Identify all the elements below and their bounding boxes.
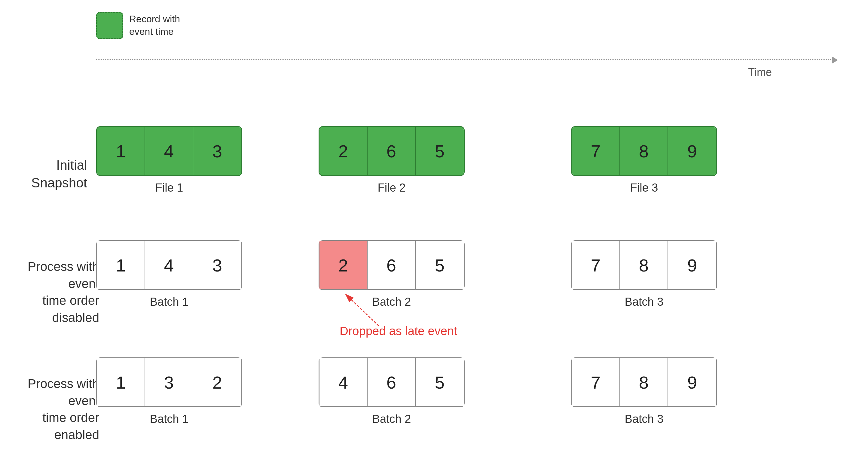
group-file3: 7 8 9 File 3: [571, 126, 717, 194]
timeline-line: [96, 59, 833, 60]
file2-cell-5: 5: [416, 127, 464, 175]
disabled-batch3-cells: 7 8 9: [571, 240, 717, 290]
disabled-batch1-cell-1: 1: [97, 241, 145, 289]
legend: Record withevent time: [96, 12, 180, 39]
enabled-batch2-cell-6: 6: [368, 358, 416, 406]
group-file1: 1 4 3 File 1: [96, 126, 242, 194]
enabled-batch1-cells: 1 3 2: [96, 358, 242, 407]
disabled-batch3-cell-8: 8: [620, 241, 668, 289]
file1-cell-3: 3: [193, 127, 241, 175]
group-disabled-batch3: 7 8 9 Batch 3: [571, 240, 717, 308]
file2-label: File 2: [378, 181, 406, 194]
file3-label: File 3: [630, 181, 658, 194]
disabled-batch1-cell-3: 3: [193, 241, 241, 289]
enabled-batch2-cells: 4 6 5: [318, 358, 465, 407]
enabled-batch1-cell-1: 1: [97, 358, 145, 406]
file3-cell-9: 9: [668, 127, 716, 175]
enabled-batch3-cells: 7 8 9: [571, 358, 717, 407]
timeline: [96, 59, 833, 60]
disabled-batch3-cell-7: 7: [572, 241, 620, 289]
row-label-enabled: Process with eventtime order enabled: [9, 375, 99, 444]
file2-cell-2: 2: [319, 127, 368, 175]
disabled-batch1-cell-4: 4: [145, 241, 193, 289]
enabled-batch3-cell-7: 7: [572, 358, 620, 406]
file1-label: File 1: [155, 181, 183, 194]
disabled-batch2-cell-2: 2: [319, 241, 368, 289]
file1-cell-1: 1: [97, 127, 145, 175]
enabled-batch3-cell-9: 9: [668, 358, 716, 406]
group-enabled-batch3: 7 8 9 Batch 3: [571, 358, 717, 426]
row-label-disabled: Process with eventtime order disabled: [9, 258, 99, 327]
enabled-batch3-label: Batch 3: [625, 413, 663, 426]
enabled-batch1-cell-3: 3: [145, 358, 193, 406]
file3-cells: 7 8 9: [571, 126, 717, 176]
legend-record-box: [96, 12, 123, 39]
enabled-batch3-cell-8: 8: [620, 358, 668, 406]
dropped-label: Dropped as late event: [340, 324, 457, 338]
diagram: Record withevent time Time InitialSnapsh…: [0, 0, 868, 473]
file2-cells: 2 6 5: [318, 126, 465, 176]
group-enabled-batch1: 1 3 2 Batch 1: [96, 358, 242, 426]
file2-cell-6: 6: [368, 127, 416, 175]
file1-cells: 1 4 3: [96, 126, 242, 176]
disabled-batch2-cell-5: 5: [416, 241, 464, 289]
enabled-batch1-label: Batch 1: [150, 413, 189, 426]
disabled-batch1-label: Batch 1: [150, 296, 189, 308]
legend-text: Record withevent time: [129, 13, 180, 38]
enabled-batch2-cell-5: 5: [416, 358, 464, 406]
disabled-batch2-cell-6: 6: [368, 241, 416, 289]
group-enabled-batch2: 4 6 5 Batch 2: [318, 358, 465, 426]
timeline-label: Time: [748, 66, 772, 79]
group-disabled-batch1: 1 4 3 Batch 1: [96, 240, 242, 308]
disabled-batch2-label: Batch 2: [372, 296, 411, 308]
file3-cell-8: 8: [620, 127, 668, 175]
enabled-batch2-cell-4: 4: [319, 358, 368, 406]
row-label-initial: InitialSnapshot: [9, 156, 87, 192]
disabled-batch3-cell-9: 9: [668, 241, 716, 289]
group-disabled-batch2: 2 6 5 Batch 2: [318, 240, 465, 308]
group-file2: 2 6 5 File 2: [318, 126, 465, 194]
disabled-batch1-cells: 1 4 3: [96, 240, 242, 290]
file3-cell-7: 7: [572, 127, 620, 175]
enabled-batch1-cell-2: 2: [193, 358, 241, 406]
disabled-batch3-label: Batch 3: [625, 296, 663, 308]
timeline-arrow-icon: [832, 57, 838, 64]
file1-cell-4: 4: [145, 127, 193, 175]
enabled-batch2-label: Batch 2: [372, 413, 411, 426]
disabled-batch2-cells: 2 6 5: [318, 240, 465, 290]
